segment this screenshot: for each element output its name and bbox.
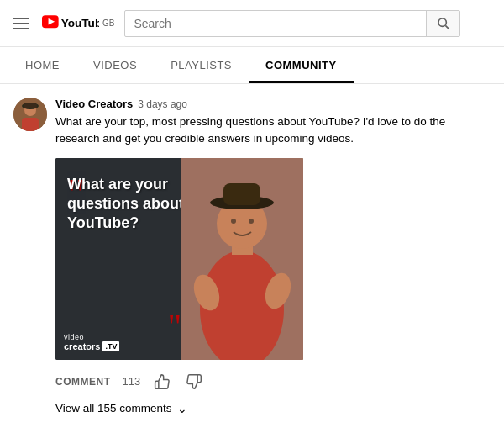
search-input[interactable]: [125, 11, 426, 36]
thumbs-down-icon: [186, 373, 202, 390]
tab-videos[interactable]: VIDEOS: [76, 47, 154, 83]
quote-close-icon: ": [168, 309, 181, 343]
logo-container: YouTube GB: [42, 12, 114, 35]
post-image: " What are your questions about YouTube?…: [55, 158, 303, 360]
svg-point-16: [231, 219, 236, 224]
post-actions: COMMENT 113: [55, 372, 491, 392]
content-area: Video Creators 3 days ago What are your …: [0, 84, 504, 429]
tab-home[interactable]: HOME: [8, 47, 76, 83]
logo-brand-text: creators .TV: [64, 341, 119, 351]
nav-tabs: HOME VIDEOS PLAYLISTS COMMUNITY: [0, 47, 504, 84]
post-time: 3 days ago: [138, 98, 187, 110]
view-comments-button[interactable]: View all 155 comments ⌄: [55, 402, 491, 415]
svg-point-17: [249, 219, 254, 224]
image-overlay-text: What are your questions about YouTube?: [67, 175, 194, 234]
svg-rect-9: [24, 103, 37, 108]
svg-text:YouTube: YouTube: [61, 16, 99, 29]
logo-small-text: video: [64, 333, 119, 341]
post: Video Creators 3 days ago What are your …: [13, 98, 491, 158]
search-button[interactable]: [426, 11, 459, 36]
svg-line-4: [445, 25, 449, 29]
view-comments-text: View all 155 comments: [55, 402, 172, 415]
comment-count: 113: [123, 375, 141, 388]
person-image: [181, 158, 303, 360]
svg-rect-15: [223, 183, 260, 205]
channel-name[interactable]: Video Creators: [55, 98, 133, 110]
svg-rect-7: [22, 118, 39, 131]
chevron-down-icon: ⌄: [177, 402, 187, 415]
tab-playlists[interactable]: PLAYLISTS: [154, 47, 249, 83]
post-text: What are your top, most pressing questio…: [55, 114, 491, 148]
youtube-logo-icon[interactable]: YouTube: [42, 12, 99, 35]
post-right: Video Creators 3 days ago What are your …: [55, 98, 491, 158]
search-bar: [124, 10, 460, 37]
like-button[interactable]: [152, 372, 172, 392]
avatar: [13, 98, 47, 131]
channel-time-row: Video Creators 3 days ago: [55, 98, 491, 110]
comment-label: COMMENT: [55, 376, 111, 388]
dislike-button[interactable]: [184, 372, 204, 392]
header: YouTube GB: [0, 0, 504, 47]
menu-button[interactable]: [10, 14, 32, 33]
thumbs-up-icon: [154, 373, 171, 390]
region-label: GB: [102, 18, 114, 28]
tv-icon: .TV: [102, 341, 119, 351]
tab-community[interactable]: COMMUNITY: [249, 47, 354, 83]
video-creators-logo: video creators .TV: [64, 333, 119, 351]
svg-point-3: [438, 18, 446, 26]
